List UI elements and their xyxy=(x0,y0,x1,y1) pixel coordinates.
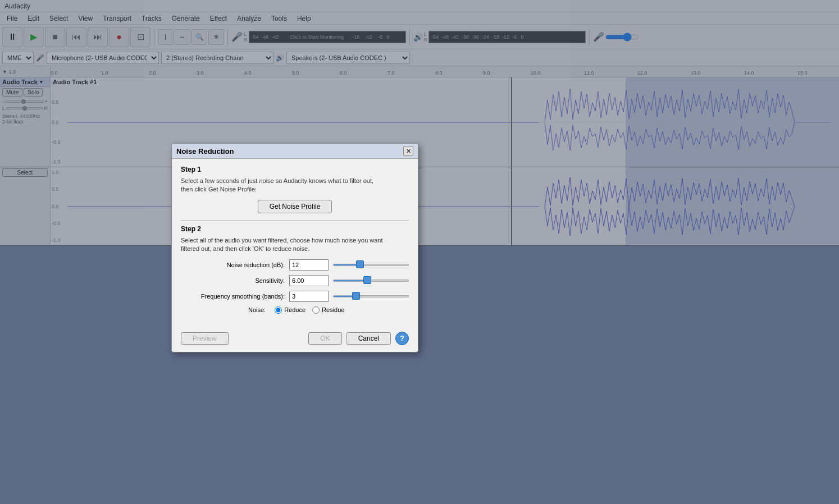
help-button[interactable]: ? xyxy=(395,332,409,345)
dialog-title: Noise Reduction xyxy=(176,147,234,155)
step1-description: Select a few seconds of just noise so Au… xyxy=(181,177,409,194)
residue-radio-label[interactable]: Residue xyxy=(312,306,344,314)
sensitivity-label: Sensitivity: xyxy=(181,277,285,284)
noise-label: Noise: xyxy=(248,306,266,313)
reduce-label: Reduce xyxy=(284,306,305,313)
dialog-overlay: Noise Reduction ✕ Step 1 Select a few se… xyxy=(0,0,839,504)
dialog-close-button[interactable]: ✕ xyxy=(403,146,413,156)
noise-reduction-slider[interactable] xyxy=(333,264,409,266)
sensitivity-input[interactable] xyxy=(289,275,329,286)
noise-type-row: Noise: Reduce Residue xyxy=(181,306,409,314)
noise-reduction-input[interactable] xyxy=(289,259,329,271)
dialog-footer: Preview OK Cancel ? xyxy=(172,327,418,352)
step-divider xyxy=(181,220,409,221)
sensitivity-row: Sensitivity: xyxy=(181,275,409,286)
dialog-body: Step 1 Select a few seconds of just nois… xyxy=(172,159,418,327)
residue-label: Residue xyxy=(322,306,344,313)
preview-button[interactable]: Preview xyxy=(181,332,229,345)
noise-reduction-label: Noise reduction (dB): xyxy=(181,262,285,268)
get-noise-profile-button[interactable]: Get Noise Profile xyxy=(258,200,332,213)
freq-smoothing-slider[interactable] xyxy=(333,295,409,297)
freq-smoothing-label: Frequency smoothing (bands): xyxy=(181,293,285,300)
reduce-radio[interactable] xyxy=(275,306,282,314)
residue-radio[interactable] xyxy=(312,306,320,314)
dialog-title-bar: Noise Reduction ✕ xyxy=(172,144,418,159)
step2-heading: Step 2 xyxy=(181,225,409,233)
freq-smoothing-input[interactable] xyxy=(289,291,329,302)
reduce-radio-label[interactable]: Reduce xyxy=(275,306,305,314)
noise-reduction-row: Noise reduction (dB): xyxy=(181,259,409,271)
ok-button[interactable]: OK xyxy=(308,332,341,345)
cancel-button[interactable]: Cancel xyxy=(346,332,391,345)
step1-heading: Step 1 xyxy=(181,166,409,173)
step2-description: Select all of the audio you want filtere… xyxy=(181,236,409,254)
freq-smoothing-row: Frequency smoothing (bands): xyxy=(181,291,409,302)
sensitivity-slider[interactable] xyxy=(333,280,409,282)
noise-reduction-dialog: Noise Reduction ✕ Step 1 Select a few se… xyxy=(171,143,418,352)
